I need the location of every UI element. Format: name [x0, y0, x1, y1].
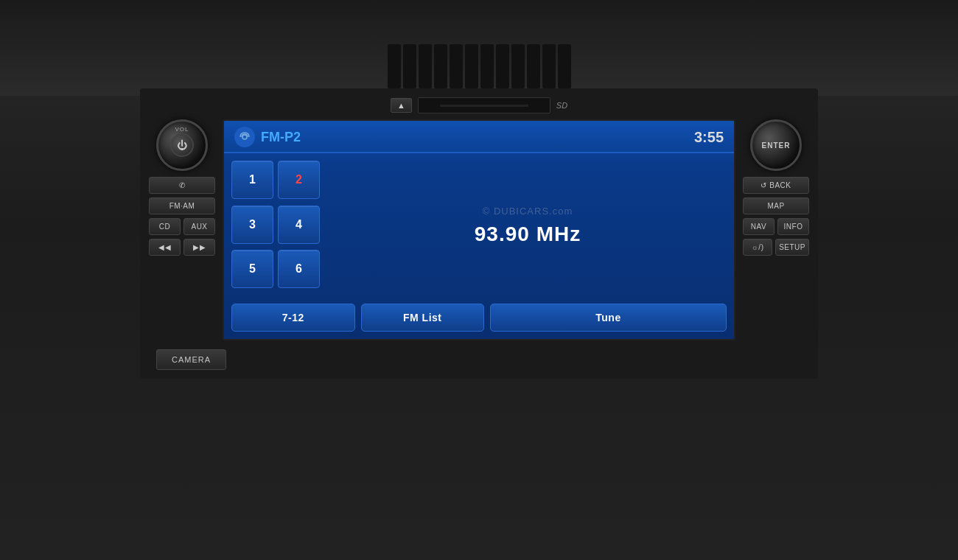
- screen-time: 3:55: [694, 129, 724, 146]
- vent-grille: [388, 44, 571, 88]
- vent-slot: [496, 44, 509, 88]
- cd-slot: [418, 97, 550, 113]
- back-button[interactable]: ↺ BACK: [743, 177, 809, 194]
- vent-slot: [450, 44, 463, 88]
- btn-tune[interactable]: Tune: [490, 304, 727, 332]
- preset-2-button[interactable]: 2: [278, 161, 320, 199]
- car-panel: ▲ SD VOL ⏻ ✆ FM·AM CD: [0, 0, 958, 560]
- left-buttons: ✆ FM·AM CD AUX ◀◀ ▶▶: [149, 177, 215, 256]
- sd-label: SD: [556, 101, 567, 110]
- cd-button[interactable]: CD: [149, 218, 181, 235]
- vent-slot: [542, 44, 556, 88]
- preset-1-button[interactable]: 1: [231, 161, 273, 199]
- cd-slot-row: ▲ SD: [149, 97, 809, 113]
- screen-content: 1 2 3 4 5 6 © DUBICARS.com 93.90 MHz: [224, 153, 734, 298]
- left-controls: VOL ⏻ ✆ FM·AM CD AUX ◀◀ ▶▶: [149, 119, 215, 340]
- enter-knob[interactable]: ENTER: [750, 119, 802, 171]
- right-controls: ENTER ↺ BACK MAP NAV INFO ☼/) SETUP: [743, 119, 809, 340]
- radio-icon: [234, 127, 255, 147]
- map-button[interactable]: MAP: [743, 197, 809, 214]
- watermark-text: © DUBICARS.com: [483, 206, 573, 217]
- cd-aux-row: CD AUX: [149, 218, 215, 235]
- aux-button[interactable]: AUX: [183, 218, 215, 235]
- fm-am-button[interactable]: FM·AM: [149, 197, 215, 214]
- btn-fm-list[interactable]: FM List: [361, 304, 485, 332]
- nav-button[interactable]: NAV: [743, 218, 775, 235]
- btn-7-12[interactable]: 7-12: [231, 304, 355, 332]
- vent-slot: [403, 44, 416, 88]
- vent-slot: [558, 44, 571, 88]
- frequency-display: © DUBICARS.com 93.90 MHz: [329, 161, 727, 290]
- display-screen: FM-P2 3:55 1 2 3 4 5 6: [223, 119, 735, 340]
- eject-button[interactable]: ▲: [391, 98, 412, 113]
- svg-point-0: [242, 135, 247, 139]
- phone-button[interactable]: ✆: [149, 177, 215, 194]
- preset-6-button[interactable]: 6: [278, 250, 320, 288]
- vent-slot: [527, 44, 540, 88]
- top-vent: [0, 0, 958, 96]
- enter-label: ENTER: [762, 141, 791, 150]
- prev-next-row: ◀◀ ▶▶: [149, 239, 215, 256]
- screen-topbar: FM-P2 3:55: [224, 121, 734, 153]
- setup-button[interactable]: SETUP: [775, 239, 809, 256]
- vent-slot: [388, 44, 401, 88]
- main-unit: ▲ SD VOL ⏻ ✆ FM·AM CD: [140, 88, 818, 379]
- vol-label: VOL: [175, 126, 189, 133]
- vent-slot: [419, 44, 432, 88]
- screen-source: FM-P2: [234, 127, 301, 147]
- presets-grid: 1 2 3 4 5 6: [231, 161, 320, 290]
- screen-inner: FM-P2 3:55 1 2 3 4 5 6: [224, 121, 734, 339]
- prev-button[interactable]: ◀◀: [149, 239, 181, 256]
- vent-slot: [465, 44, 478, 88]
- next-button[interactable]: ▶▶: [183, 239, 215, 256]
- info-button[interactable]: INFO: [777, 218, 809, 235]
- nav-info-row: NAV INFO: [743, 218, 809, 235]
- right-buttons: ↺ BACK MAP NAV INFO ☼/) SETUP: [743, 177, 809, 256]
- vent-slot: [480, 44, 494, 88]
- brightness-setup-row: ☼/) SETUP: [743, 239, 809, 256]
- brightness-button[interactable]: ☼/): [743, 239, 772, 256]
- frequency-value: 93.90 MHz: [475, 223, 581, 246]
- camera-button[interactable]: CAMERA: [156, 349, 226, 370]
- screen-bottom-buttons: 7-12 FM List Tune: [224, 298, 734, 339]
- vent-slot: [434, 44, 447, 88]
- controls-row: VOL ⏻ ✆ FM·AM CD AUX ◀◀ ▶▶: [149, 119, 809, 340]
- volume-knob[interactable]: VOL ⏻: [156, 119, 208, 171]
- preset-3-button[interactable]: 3: [231, 206, 273, 244]
- source-label: FM-P2: [261, 130, 301, 145]
- power-button[interactable]: ⏻: [170, 133, 194, 157]
- preset-4-button[interactable]: 4: [278, 206, 320, 244]
- vent-slot: [511, 44, 525, 88]
- preset-5-button[interactable]: 5: [231, 250, 273, 288]
- bottom-area: CAMERA: [149, 349, 809, 370]
